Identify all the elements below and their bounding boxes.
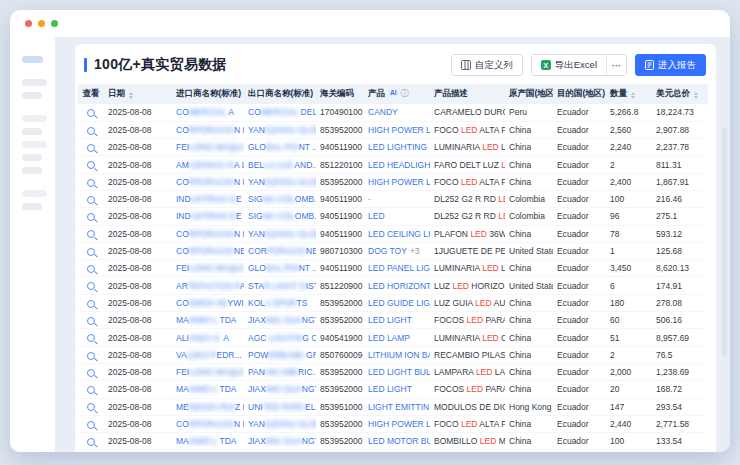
row-product[interactable]: LED LIGHT BULB	[364, 363, 430, 380]
view-details-icon[interactable]	[87, 196, 95, 204]
row-exporter[interactable]: AGC LIGHTING C...	[244, 329, 316, 346]
view-details-icon[interactable]	[87, 386, 95, 394]
export-excel-button[interactable]: X 导出Excel	[532, 55, 606, 75]
row-product[interactable]: LED GUIDE LIGHT T	[364, 294, 430, 311]
row-importer[interactable]: MAXIMO L TDA	[172, 312, 244, 329]
row-product[interactable]: HIGH POWER LED F	[364, 173, 430, 190]
col-quantity[interactable]: 数量	[606, 84, 652, 104]
view-details-icon[interactable]	[87, 438, 95, 446]
row-product[interactable]: LED LAMP	[364, 329, 430, 346]
view-details-icon[interactable]	[87, 421, 95, 429]
view-details-icon[interactable]	[87, 300, 95, 308]
row-exporter[interactable]: SIGMA COLOMB...	[244, 208, 316, 225]
info-icon[interactable]: ⓘ	[401, 89, 409, 98]
row-exporter[interactable]: PANAM AMERIC...	[244, 363, 316, 380]
vertical-scrollbar[interactable]	[722, 127, 727, 357]
row-exporter[interactable]: JIAXING GUANGT...	[244, 433, 316, 450]
row-importer[interactable]: VALDEZ PEDR...	[172, 346, 244, 363]
row-exporter[interactable]: YANGZHOU GLOBAL LI...	[244, 173, 316, 190]
row-importer[interactable]: INDUSTRIAS DE SIS...	[172, 208, 244, 225]
view-details-icon[interactable]	[87, 127, 95, 135]
view-details-icon[interactable]	[87, 369, 95, 377]
view-details-icon[interactable]	[87, 213, 95, 221]
row-product[interactable]: LED MOTOR BULB	[364, 433, 430, 450]
row-exporter[interactable]: COMERCIAL DEL ...	[244, 104, 316, 121]
view-details-icon[interactable]	[87, 248, 95, 256]
view-details-icon[interactable]	[87, 334, 95, 342]
row-importer[interactable]: CORPORACION E...	[172, 173, 244, 190]
row-importer[interactable]: ARTEFACTOS PARA...	[172, 277, 244, 294]
row-importer[interactable]: CORPORACION E...	[172, 415, 244, 432]
row-importer[interactable]: FEILONG MAQUINA ...	[172, 363, 244, 380]
row-exporter[interactable]: GLOBAL POINT ...	[244, 260, 316, 277]
row-exporter[interactable]: KOLA SPORTS	[244, 294, 316, 311]
view-details-icon[interactable]	[87, 317, 95, 325]
export-more-button[interactable]: ···	[606, 55, 626, 75]
col-date[interactable]: 日期	[104, 84, 172, 104]
row-product[interactable]: -	[364, 190, 430, 207]
view-details-icon[interactable]	[87, 403, 95, 411]
row-destination: Ecuador	[553, 139, 606, 156]
row-product[interactable]: CANDY	[364, 104, 430, 121]
enter-report-button[interactable]: 进入报告	[635, 54, 706, 76]
view-details-icon[interactable]	[87, 144, 95, 152]
view-details-icon[interactable]	[87, 282, 95, 290]
col-importer[interactable]: 进口商名称(标准)	[172, 84, 244, 104]
view-details-icon[interactable]	[87, 179, 95, 187]
row-importer[interactable]: COSMOS KEYWI...	[172, 294, 244, 311]
row-exporter[interactable]: JIAXING GUANGT...	[244, 312, 316, 329]
row-product[interactable]: LED PANEL LIG+1	[364, 260, 430, 277]
row-importer[interactable]: MENDOZA RUIZ M...	[172, 398, 244, 415]
row-product[interactable]: LED HORIZONTAL L	[364, 277, 430, 294]
view-details-icon[interactable]	[87, 230, 95, 238]
customize-columns-button[interactable]: 自定义列	[451, 54, 523, 76]
row-product[interactable]: LIGHT EMITTIN+1	[364, 398, 430, 415]
row-exporter[interactable]: SIGMA COLOMB...	[244, 190, 316, 207]
row-exporter[interactable]: YANGZHOU GLOBAL LI...	[244, 415, 316, 432]
row-exporter[interactable]: UNITED PARCEL ...	[244, 398, 316, 415]
row-product[interactable]: HIGH POWER LED F	[364, 415, 430, 432]
row-product[interactable]: HIGH POWER LED F	[364, 121, 430, 138]
row-importer[interactable]: AMAZONAS VIA LTDA	[172, 156, 244, 173]
row-product[interactable]: LED LIGHTING+1	[364, 139, 430, 156]
view-details-icon[interactable]	[87, 109, 95, 117]
minimize-window-icon[interactable]	[38, 20, 45, 27]
row-importer[interactable]: MAXIMO L TDA	[172, 381, 244, 398]
row-product[interactable]: LED HEADLIGHT	[364, 156, 430, 173]
row-importer[interactable]: CORPORACION E...	[172, 121, 244, 138]
row-hs-code: 853952000	[316, 173, 364, 190]
row-importer[interactable]: COMERCIAL A	[172, 104, 244, 121]
row-product[interactable]: LED LIGHT	[364, 312, 430, 329]
row-importer[interactable]: CORPORACIONES...	[172, 242, 244, 259]
view-details-icon[interactable]	[87, 352, 95, 360]
row-usd-total: 2,237.78	[652, 139, 708, 156]
zoom-window-icon[interactable]	[51, 20, 58, 27]
row-importer[interactable]: FEILONG MAQUINA ...	[172, 139, 244, 156]
sidebar-skeleton-item	[22, 92, 42, 99]
row-exporter[interactable]: JIAXING GUANGT...	[244, 381, 316, 398]
row-exporter[interactable]: BELLA LUZ AND...	[244, 156, 316, 173]
row-importer[interactable]: INDUSTRIAS DE SIS...	[172, 190, 244, 207]
col-usd-total[interactable]: 美元总价	[652, 84, 708, 104]
row-exporter[interactable]: STAR LIGHT DIST...	[244, 277, 316, 294]
row-exporter[interactable]: GLOBAL POINT ...	[244, 139, 316, 156]
row-date: 2025-08-08	[104, 277, 172, 294]
sidebar-skeleton-item	[22, 154, 42, 161]
row-exporter[interactable]: POWERBAND GR...	[244, 346, 316, 363]
col-exporter[interactable]: 出口商名称(标准)	[244, 84, 316, 104]
row-importer[interactable]: CORPORACION E...	[172, 225, 244, 242]
view-details-icon[interactable]	[87, 265, 95, 273]
row-product[interactable]: LITHIUM ION BATTE	[364, 346, 430, 363]
row-exporter[interactable]: CORPORACIONES...	[244, 242, 316, 259]
row-importer[interactable]: MAXIMO L TDA	[172, 433, 244, 450]
row-product[interactable]: DOG TOY+3	[364, 242, 430, 259]
row-product[interactable]: LED LIGHT	[364, 381, 430, 398]
row-importer[interactable]: ALIANZA S. A	[172, 329, 244, 346]
view-details-icon[interactable]	[87, 161, 95, 169]
row-importer[interactable]: FEILONG MAQUINA ...	[172, 260, 244, 277]
row-exporter[interactable]: YANGZHOU GLOBAL LI...	[244, 121, 316, 138]
row-product[interactable]: LED CEILING LIGHT	[364, 225, 430, 242]
row-exporter[interactable]: YANGZHOU GLOBAL LI...	[244, 225, 316, 242]
close-window-icon[interactable]	[25, 20, 32, 27]
row-product[interactable]: LED	[364, 208, 430, 225]
